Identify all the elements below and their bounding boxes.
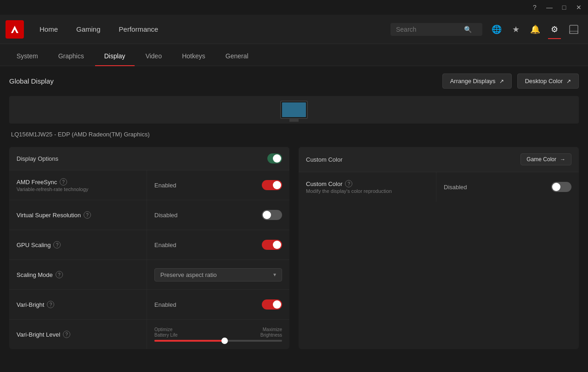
external-link-icon-2: ↗ — [566, 78, 571, 85]
monitor-icon — [280, 101, 308, 119]
scaling-mode-row: Scaling Mode ? Preserve aspect ratio ▾ — [9, 260, 289, 290]
nav-home[interactable]: Home — [31, 22, 66, 37]
vari-bright-level-slider-container: OptimizeBattery Life MaximizeBrightness — [154, 327, 282, 342]
nav-gaming[interactable]: Gaming — [68, 22, 109, 37]
vari-bright-level-label-col: Vari-Bright Level ? — [9, 320, 147, 349]
vsr-label-col: Virtual Super Resolution ? — [9, 200, 147, 230]
global-display-header: Global Display Arrange Displays ↗ Deskto… — [9, 73, 579, 89]
vari-bright-label-col: Vari-Bright ? — [9, 290, 147, 319]
tab-general[interactable]: General — [216, 47, 258, 66]
vari-bright-level-value-col: OptimizeBattery Life MaximizeBrightness — [147, 320, 289, 349]
vsr-value: Disabled — [154, 212, 178, 219]
display-preview — [9, 96, 579, 124]
tab-video[interactable]: Video — [136, 47, 171, 66]
custom-color-toggle[interactable] — [551, 182, 571, 192]
content-area: Global Display Arrange Displays ↗ Deskto… — [0, 66, 588, 372]
display-options-header: Display Options — [9, 147, 289, 170]
tab-display[interactable]: Display — [95, 47, 135, 66]
scaling-mode-value-col: Preserve aspect ratio ▾ — [147, 260, 289, 289]
gpu-scaling-label: GPU Scaling ? — [17, 241, 139, 248]
nav-performance[interactable]: Performance — [111, 22, 167, 37]
vsr-toggle[interactable] — [262, 210, 282, 220]
action-buttons: Arrange Displays ↗ Desktop Color ↗ — [442, 73, 579, 89]
profile-button[interactable] — [565, 21, 582, 38]
custom-color-label-col: Custom Color ? Modify the display's colo… — [299, 172, 436, 202]
bell-button[interactable]: 🔔 — [526, 21, 544, 38]
slider-thumb[interactable] — [221, 338, 228, 344]
vari-bright-label: Vari-Bright ? — [17, 301, 139, 308]
svg-marker-0 — [11, 26, 18, 33]
amd-freesync-value-col: Enabled — [147, 170, 289, 200]
amd-freesync-sub: Variable-refresh-rate technology — [17, 186, 139, 192]
tab-system[interactable]: System — [7, 47, 47, 66]
scaling-mode-value: Preserve aspect ratio — [160, 271, 217, 278]
display-options-title: Display Options — [17, 155, 58, 162]
external-link-icon: ↗ — [499, 78, 504, 85]
gpu-scaling-value: Enabled — [154, 242, 176, 248]
tab-graphics[interactable]: Graphics — [49, 47, 93, 66]
gpu-scaling-row: GPU Scaling ? Enabled — [9, 230, 289, 260]
scaling-mode-dropdown[interactable]: Preserve aspect ratio ▾ — [154, 268, 282, 282]
amd-freesync-label: AMD FreeSync ? — [17, 178, 139, 186]
close-button[interactable]: ✕ — [573, 2, 584, 13]
slider-max-label: MaximizeBrightness — [260, 327, 282, 338]
custom-color-section: Custom Color Game Color → Custom Color ?… — [299, 147, 579, 349]
vsr-help[interactable]: ? — [84, 211, 91, 219]
arrow-right-icon: → — [560, 156, 565, 163]
nav-items: Home Gaming Performance — [31, 22, 390, 37]
device-label: LQ156M1JW25 - EDP (AMD Radeon(TM) Graphi… — [9, 131, 579, 138]
vari-bright-level-row: Vari-Bright Level ? OptimizeBattery Life… — [9, 320, 289, 349]
amd-freesync-toggle[interactable] — [262, 180, 282, 190]
vari-bright-value: Enabled — [154, 301, 176, 308]
slider-fill — [154, 340, 225, 342]
game-color-button[interactable]: Game Color → — [520, 153, 571, 165]
amd-freesync-value: Enabled — [154, 182, 176, 189]
tab-bar: System Graphics Display Video Hotkeys Ge… — [0, 44, 588, 66]
monitor-screen — [282, 102, 306, 117]
vsr-label: Virtual Super Resolution ? — [17, 211, 139, 219]
gpu-scaling-value-col: Enabled — [147, 230, 289, 259]
custom-color-help[interactable]: ? — [345, 180, 352, 187]
chevron-down-icon: ▾ — [273, 271, 276, 278]
two-col-layout: Display Options AMD FreeSync ? Variable-… — [9, 147, 579, 349]
amd-logo[interactable] — [6, 20, 24, 39]
globe-button[interactable]: 🌐 — [488, 21, 505, 38]
gpu-scaling-label-col: GPU Scaling ? — [9, 230, 147, 259]
tab-hotkeys[interactable]: Hotkeys — [173, 47, 215, 66]
search-icon: 🔍 — [464, 26, 472, 33]
custom-color-row: Custom Color ? Modify the display's colo… — [299, 172, 579, 202]
scaling-mode-help[interactable]: ? — [56, 271, 63, 278]
desktop-color-button[interactable]: Desktop Color ↗ — [517, 73, 579, 89]
custom-color-sub: Modify the display's color reproduction — [306, 188, 429, 194]
vari-bright-level-help[interactable]: ? — [63, 331, 70, 338]
help-button[interactable]: ? — [529, 2, 540, 13]
gpu-scaling-toggle[interactable] — [262, 240, 282, 250]
search-bar[interactable]: 🔍 — [390, 23, 482, 36]
display-options-toggle[interactable] — [267, 153, 282, 163]
minimize-button[interactable]: — — [544, 2, 555, 13]
vari-bright-value-col: Enabled — [147, 290, 289, 319]
vsr-row: Virtual Super Resolution ? Disabled — [9, 200, 289, 230]
settings-button[interactable]: ⚙ — [546, 21, 563, 38]
vari-bright-help[interactable]: ? — [47, 301, 54, 308]
global-display-title: Global Display — [9, 77, 54, 85]
amd-freesync-row: AMD FreeSync ? Variable-refresh-rate tec… — [9, 170, 289, 200]
scaling-mode-label-col: Scaling Mode ? — [9, 260, 147, 289]
vari-bright-row: Vari-Bright ? Enabled — [9, 290, 289, 320]
custom-color-header: Custom Color Game Color → — [299, 147, 579, 172]
nav-icons: 🌐 ★ 🔔 ⚙ — [488, 21, 582, 38]
custom-color-value: Disabled — [444, 184, 467, 191]
amd-freesync-label-col: AMD FreeSync ? Variable-refresh-rate tec… — [9, 170, 147, 200]
custom-color-label: Custom Color ? — [306, 180, 429, 187]
amd-freesync-help[interactable]: ? — [60, 178, 67, 186]
maximize-button[interactable]: □ — [559, 2, 570, 13]
scaling-mode-label: Scaling Mode ? — [17, 271, 139, 278]
arrange-displays-button[interactable]: Arrange Displays ↗ — [442, 73, 512, 89]
star-button[interactable]: ★ — [507, 21, 525, 38]
gpu-scaling-help[interactable]: ? — [53, 241, 61, 248]
search-input[interactable] — [396, 26, 460, 33]
vari-bright-level-label: Vari-Bright Level ? — [17, 331, 139, 338]
vari-bright-toggle[interactable] — [262, 299, 282, 310]
slider-labels: OptimizeBattery Life MaximizeBrightness — [154, 327, 282, 338]
vari-bright-level-track[interactable] — [154, 340, 282, 342]
